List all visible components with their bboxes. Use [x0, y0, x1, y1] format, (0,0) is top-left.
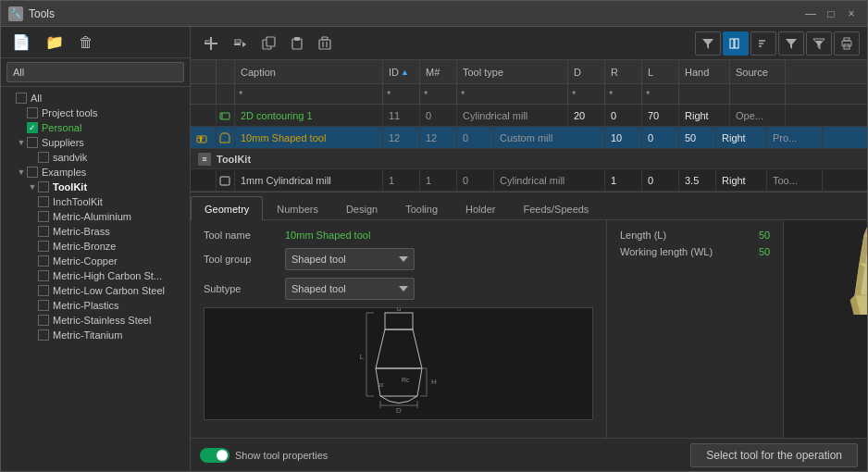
filter-caption-input[interactable] — [239, 89, 378, 100]
tab-design[interactable]: Design — [332, 196, 391, 220]
tool-group-select[interactable]: Shaped tool Cylindrical mill Ball mill — [285, 248, 415, 270]
th-caption[interactable]: Caption — [235, 60, 383, 83]
th-d[interactable]: D — [568, 60, 605, 83]
tree-item-metric-plastics[interactable]: Metric-Plastics — [1, 298, 190, 313]
tree-checkbox-stainless[interactable] — [38, 315, 49, 326]
tree-item-personal[interactable]: ✓ Personal — [1, 120, 190, 135]
filter-hand-input[interactable] — [683, 89, 725, 100]
th-tooltype[interactable]: Tool type — [457, 60, 568, 83]
th-hand[interactable]: Hand — [679, 60, 730, 83]
td-check-3 — [191, 169, 217, 191]
tree-checkbox-sandvik[interactable] — [38, 152, 49, 163]
new-folder-button[interactable]: 📁 — [42, 31, 68, 53]
filter-active-button[interactable] — [695, 31, 721, 56]
tree-checkbox-project[interactable] — [27, 107, 38, 118]
tree-toggle-toolkit[interactable]: ▼ — [27, 182, 38, 192]
table-row-contouring[interactable]: 2D contouring 1 11 0 Cylindrical mill 20… — [191, 105, 867, 127]
maximize-button[interactable]: □ — [823, 6, 839, 22]
filter-id-input[interactable] — [387, 89, 415, 100]
tree-item-project-tools[interactable]: Project tools — [1, 106, 190, 120]
toggle-show-properties[interactable]: Show tool properties — [200, 448, 328, 463]
print-button[interactable] — [834, 31, 860, 56]
tree-item-all[interactable]: All — [1, 91, 190, 106]
td-caption-3: 1mm Cylindrical mill — [235, 169, 383, 191]
delete-tool-button[interactable] — [313, 33, 337, 54]
switch-track[interactable] — [200, 448, 229, 463]
tree-item-metric-stainless[interactable]: Metric-Stainless Steel — [1, 313, 190, 328]
tree-item-toolkit[interactable]: ▼ ToolKit — [1, 180, 190, 194]
tree-checkbox-low-carbon[interactable] — [38, 285, 49, 296]
select-tool-button[interactable]: Select tool for the operation — [690, 443, 858, 467]
add-tool-button[interactable] — [198, 32, 224, 55]
tree-checkbox-copper[interactable] — [38, 255, 49, 267]
sort-button[interactable] — [750, 31, 776, 56]
filter-l-input[interactable] — [646, 89, 675, 100]
tab-numbers[interactable]: Numbers — [263, 196, 332, 220]
filter1-button[interactable] — [778, 31, 804, 56]
th-r[interactable]: R — [605, 60, 642, 83]
filter-tooltype-input[interactable] — [461, 89, 564, 100]
tree-checkbox-examples[interactable] — [27, 167, 38, 178]
td-icon-3 — [217, 169, 235, 191]
tree-checkbox-toolkit[interactable] — [38, 181, 49, 193]
tab-holder[interactable]: Holder — [452, 196, 509, 220]
subgroup-icon: ≡ — [198, 153, 211, 166]
tree-item-sandvik[interactable]: sandvik — [1, 150, 190, 165]
tree-checkbox-bronze[interactable] — [38, 241, 49, 252]
paste-button[interactable] — [285, 33, 309, 54]
tree-checkbox-aluminium[interactable] — [38, 211, 49, 222]
filter-m-input[interactable] — [424, 89, 453, 100]
tree-item-metric-bronze[interactable]: Metric-Bronze — [1, 239, 190, 254]
tree-item-examples[interactable]: ▼ Examples — [1, 165, 190, 180]
th-id[interactable]: ID ▲ — [383, 60, 420, 83]
tools-window: 🔧 Tools — □ × 📄 📁 🗑 Al — [0, 0, 868, 472]
tree-item-metric-aluminium[interactable]: Metric-Aluminium — [1, 209, 190, 224]
tree-checkbox-plastics[interactable] — [38, 300, 49, 311]
table-row-shaped[interactable]: 10mm Shaped tool 12 12 0 Custom mill 10 … — [191, 127, 867, 149]
tree-item-inchtoolkit[interactable]: InchToolKit — [1, 194, 190, 209]
th-tooltype-label: Tool type — [463, 67, 503, 78]
tree-checkbox-titanium[interactable] — [38, 329, 49, 341]
close-button[interactable]: × — [843, 6, 860, 22]
minimize-button[interactable]: — — [802, 6, 819, 22]
search-input[interactable] — [6, 62, 184, 82]
tree-item-metric-titanium[interactable]: Metric-Titanium — [1, 328, 190, 342]
tree-toggle-suppliers[interactable]: ▼ — [16, 138, 27, 147]
tab-geometry[interactable]: Geometry — [191, 196, 263, 220]
tree-item-metric-high-carbon[interactable]: Metric-High Carbon St... — [1, 268, 190, 283]
tool-diagram-svg: L d Rc α — [339, 308, 459, 419]
tab-tooling[interactable]: Tooling — [391, 196, 452, 220]
3d-view[interactable] — [809, 220, 867, 315]
tree-checkbox-all[interactable] — [16, 93, 27, 104]
tree-checkbox-brass[interactable] — [38, 226, 49, 237]
tree-label-all: All — [31, 93, 42, 104]
new-file-button[interactable]: 📄 — [8, 31, 34, 53]
th-l[interactable]: L — [642, 60, 679, 83]
tree-checkbox-personal[interactable]: ✓ — [27, 122, 38, 133]
th-source[interactable]: Source — [730, 60, 786, 83]
filter2-button[interactable] — [806, 31, 832, 56]
filter-source-input[interactable] — [734, 89, 781, 100]
tree-label-inchtoolkit: InchToolKit — [53, 196, 103, 207]
tree-toggle-examples[interactable]: ▼ — [16, 168, 27, 177]
tree-checkbox-high-carbon[interactable] — [38, 270, 49, 281]
td-d-2: 10 — [605, 127, 642, 148]
table-row-toolkit-mill[interactable]: 1mm Cylindrical mill 1 1 0 Cylindrical m… — [191, 169, 867, 192]
tree-item-metric-copper[interactable]: Metric-Copper — [1, 254, 190, 268]
tree-item-metric-brass[interactable]: Metric-Brass — [1, 224, 190, 239]
tree-checkbox-suppliers[interactable] — [27, 137, 38, 148]
delete-button[interactable]: 🗑 — [75, 32, 97, 53]
tab-feeds-speeds[interactable]: Feeds/Speeds — [509, 196, 602, 220]
tree-item-suppliers[interactable]: ▼ Suppliers — [1, 135, 190, 150]
filter-d-input[interactable] — [572, 89, 601, 100]
th-m[interactable]: M# — [420, 60, 457, 83]
columns-button[interactable] — [723, 31, 749, 56]
tree-item-metric-low-carbon[interactable]: Metric-Low Carbon Steel — [1, 283, 190, 298]
add-from-lib-button[interactable] — [228, 32, 254, 55]
props-row-length: Length (L) 50 — [620, 230, 770, 241]
copy-button[interactable] — [257, 33, 281, 54]
tree-label-metric-titanium: Metric-Titanium — [53, 329, 122, 341]
subtype-select[interactable]: Shaped tool Standard Custom — [285, 278, 415, 300]
tree-checkbox-inch[interactable] — [38, 196, 49, 207]
filter-r-input[interactable] — [609, 89, 638, 100]
